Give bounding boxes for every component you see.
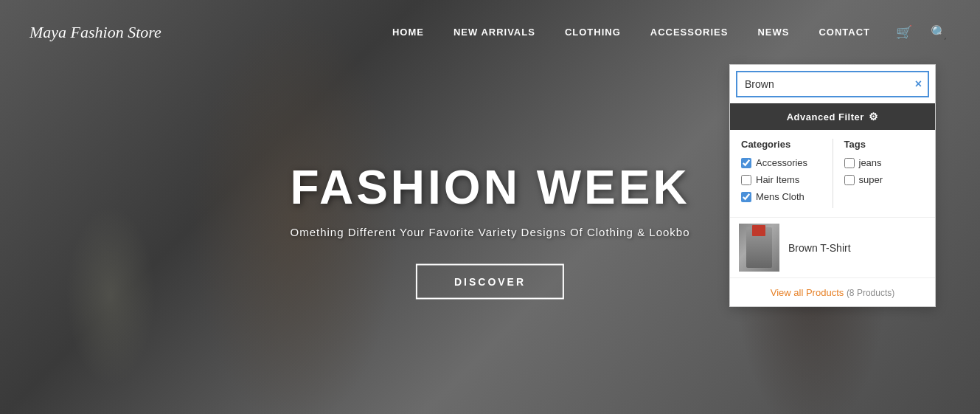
- search-clear-button[interactable]: ×: [909, 73, 928, 95]
- nav-icons: 🛒 🔍: [892, 21, 951, 44]
- category-hair-items-checkbox[interactable]: [741, 175, 751, 185]
- nav-link-news[interactable]: NEWS: [743, 19, 804, 45]
- category-hair-items-label[interactable]: Hair Items: [756, 174, 799, 185]
- navbar: Maya Fashion Store HOME NEW ARRIVALS CLO…: [0, 0, 980, 64]
- search-input[interactable]: [737, 72, 909, 96]
- filter-content: Categories Accessories Hair Items Mens C…: [730, 130, 935, 217]
- category-accessories-checkbox[interactable]: [741, 158, 751, 168]
- nav-link-new-arrivals[interactable]: NEW ARRIVALS: [439, 19, 550, 45]
- search-icon-button[interactable]: 🔍: [927, 21, 951, 44]
- nav-link-accessories[interactable]: ACCESSORIES: [636, 19, 743, 45]
- search-input-row: ×: [736, 71, 929, 97]
- nav-item-news[interactable]: NEWS: [743, 19, 804, 45]
- categories-column: Categories Accessories Hair Items Mens C…: [741, 139, 821, 208]
- gear-icon: ⚙: [869, 111, 879, 123]
- nav-link-clothing[interactable]: CLOTHING: [550, 19, 636, 45]
- product-thumbnail: [739, 224, 779, 272]
- tag-super: super: [844, 174, 925, 185]
- product-result[interactable]: Brown T-Shirt: [730, 217, 935, 277]
- discover-button[interactable]: DISCOVER: [416, 263, 564, 299]
- nav-link-contact[interactable]: CONTACT: [804, 19, 885, 45]
- category-accessories: Accessories: [741, 157, 821, 168]
- nav-item-contact[interactable]: CONTACT: [804, 19, 885, 45]
- tag-jeans-checkbox[interactable]: [844, 158, 855, 168]
- nav-item-clothing[interactable]: CLOTHING: [550, 19, 636, 45]
- tags-column: Tags jeans super: [844, 139, 925, 208]
- hero-subtitle: Omething Different Your Favorite Variety…: [290, 225, 689, 238]
- search-dropdown: × Advanced Filter ⚙ Categories Accessori…: [729, 64, 936, 307]
- nav-item-new-arrivals[interactable]: NEW ARRIVALS: [439, 19, 550, 45]
- filter-divider: [833, 139, 833, 208]
- view-all-products-link[interactable]: View all Products (8 Products): [771, 287, 894, 298]
- tags-title: Tags: [844, 139, 925, 150]
- tag-super-checkbox[interactable]: [844, 175, 855, 185]
- category-mens-cloth-label[interactable]: Mens Cloth: [756, 191, 804, 202]
- category-mens-cloth-checkbox[interactable]: [741, 192, 751, 202]
- category-hair-items: Hair Items: [741, 174, 821, 185]
- hero-title: FASHION WEEK: [290, 159, 689, 214]
- categories-title: Categories: [741, 139, 821, 150]
- view-all-label: View all Products: [771, 287, 844, 298]
- tag-jeans-label[interactable]: jeans: [859, 157, 882, 168]
- advanced-filter-label: Advanced Filter: [787, 111, 864, 123]
- category-mens-cloth: Mens Cloth: [741, 191, 821, 202]
- advanced-filter-button[interactable]: Advanced Filter ⚙: [730, 103, 935, 130]
- cart-icon-button[interactable]: 🛒: [892, 21, 916, 44]
- product-name: Brown T-Shirt: [788, 242, 851, 254]
- brand-logo: Maya Fashion Store: [29, 23, 161, 42]
- nav-link-home[interactable]: HOME: [378, 19, 439, 45]
- view-all-row: View all Products (8 Products): [730, 277, 935, 306]
- hero-content: FASHION WEEK Omething Different Your Fav…: [290, 159, 689, 299]
- nav-item-home[interactable]: HOME: [378, 19, 439, 45]
- nav-links: HOME NEW ARRIVALS CLOTHING ACCESSORIES N…: [378, 19, 885, 45]
- nav-item-accessories[interactable]: ACCESSORIES: [636, 19, 743, 45]
- tag-jeans: jeans: [844, 157, 925, 168]
- tag-super-label[interactable]: super: [859, 174, 883, 185]
- category-accessories-label[interactable]: Accessories: [756, 157, 807, 168]
- view-all-count: (8 Products): [847, 288, 894, 298]
